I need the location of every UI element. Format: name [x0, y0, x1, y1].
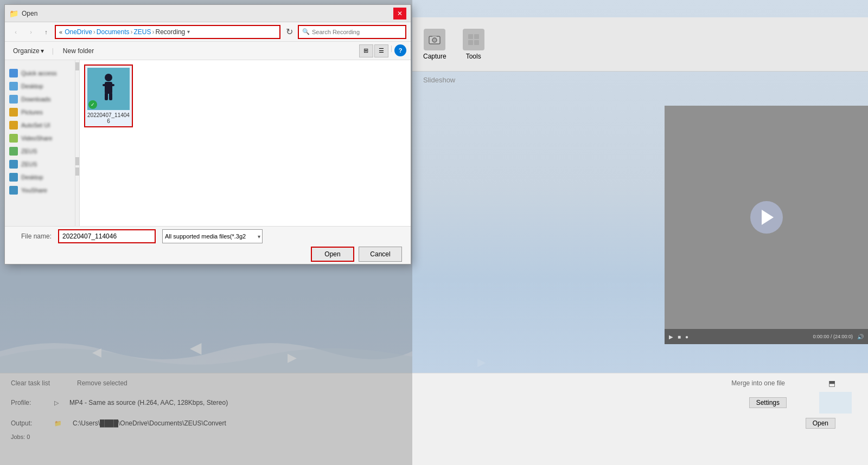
- toolbar-capture[interactable]: Capture: [423, 29, 446, 60]
- organize-label: Organize: [13, 47, 40, 55]
- new-folder-label: New folder: [63, 47, 94, 55]
- capture-label: Capture: [423, 53, 446, 60]
- dialog-overlay: 📁 Open ✕ ‹ › ↑ « OneDrive › Documents › …: [0, 0, 412, 465]
- settings-button[interactable]: Settings: [749, 397, 787, 408]
- desktop2-icon: [9, 173, 18, 182]
- sidebar-item-zeus1[interactable]: ZEUS: [5, 145, 75, 158]
- search-icon: 🔍: [302, 28, 310, 35]
- footer-filename-row: File name: All supported media files(*.3…: [14, 229, 402, 243]
- sidebar-item-youshare[interactable]: YouShare: [5, 184, 75, 197]
- sidebar-item-desktop2[interactable]: Desktop: [5, 171, 75, 184]
- sidebar-label-videoshare: VideoShare: [21, 135, 52, 141]
- breadcrumb-sep2: ›: [131, 28, 133, 36]
- volume-icon[interactable]: 🔊: [857, 334, 864, 340]
- help-button[interactable]: ?: [394, 44, 406, 56]
- icon-view-button[interactable]: ⊞: [359, 44, 373, 57]
- breadcrumb-documents[interactable]: Documents: [97, 28, 130, 36]
- breadcrumb-onedrive[interactable]: OneDrive: [65, 28, 92, 36]
- sidebar-item-desktop1[interactable]: Desktop: [5, 80, 75, 93]
- new-folder-button[interactable]: New folder: [58, 46, 99, 56]
- dialog-footer: File name: All supported media files(*.3…: [5, 226, 411, 264]
- search-input[interactable]: [312, 29, 402, 35]
- svg-rect-2: [432, 35, 437, 37]
- svg-rect-12: [105, 93, 108, 100]
- filetype-select[interactable]: All supported media files(*.3g2 All File…: [162, 229, 263, 243]
- svg-point-1: [432, 38, 437, 42]
- svg-rect-4: [474, 34, 479, 39]
- open-file-dialog: 📁 Open ✕ ‹ › ↑ « OneDrive › Documents › …: [4, 4, 411, 264]
- dialog-secondary-toolbar: Organize ▾ | New folder ⊞ ☰ | ?: [5, 42, 411, 60]
- breadcrumb-sep3: ›: [152, 28, 155, 36]
- deco-icon-4: ▶: [477, 356, 486, 369]
- export-icon[interactable]: ⬒: [828, 379, 835, 388]
- zeus2-icon: [9, 160, 18, 169]
- filename-input[interactable]: [58, 229, 156, 243]
- svg-rect-10: [103, 84, 108, 86]
- videoshare-icon: [9, 134, 18, 143]
- details-view-button[interactable]: ☰: [374, 44, 388, 57]
- breadcrumb-zeus[interactable]: ZEUS: [134, 28, 151, 36]
- sidebar-label-autosetui: AutoSet UI: [21, 122, 50, 128]
- breadcrumb-icon: «: [59, 29, 62, 35]
- autosetui-icon: [9, 121, 18, 130]
- zeus1-icon: [9, 147, 18, 156]
- quickaccess-icon: [9, 69, 18, 78]
- sidebar-label-downloads: Downloads: [21, 96, 50, 102]
- back-button[interactable]: ‹: [9, 25, 22, 38]
- forward-button[interactable]: ›: [24, 25, 37, 38]
- sidebar-item-pictures[interactable]: Pictures: [5, 106, 75, 119]
- slideshow-section: Slideshow: [423, 76, 455, 84]
- cancel-button[interactable]: Cancel: [359, 247, 402, 262]
- sidebar-item-downloads[interactable]: Downloads: [5, 93, 75, 106]
- scrollbar-end: [75, 167, 79, 176]
- sidebar-item-videoshare[interactable]: VideoShare: [5, 132, 75, 145]
- toolbar-tools[interactable]: Tools: [463, 29, 484, 60]
- organize-button[interactable]: Organize ▾: [9, 46, 48, 56]
- play-ctrl-icon[interactable]: ▶: [669, 334, 673, 340]
- pictures-icon: [9, 108, 18, 117]
- svg-rect-11: [109, 84, 114, 86]
- youshare-icon: [9, 186, 18, 195]
- breadcrumb-sep1: ›: [93, 28, 95, 36]
- file-item-0[interactable]: ✓ 20220407_114046: [84, 64, 133, 127]
- open-output-button[interactable]: Open: [806, 418, 835, 429]
- scrollbar-thumb-bottom: [75, 157, 79, 165]
- svg-rect-13: [109, 93, 112, 100]
- sidebar-item-autosetui[interactable]: AutoSet UI: [5, 119, 75, 132]
- app-toolbar: Capture Tools: [412, 17, 868, 72]
- sidebar-scrollbar[interactable]: [75, 60, 80, 226]
- file-check-badge: ✓: [88, 100, 97, 109]
- open-button[interactable]: Open: [311, 247, 354, 262]
- tools-label: Tools: [466, 53, 481, 60]
- play-button-bg[interactable]: [750, 201, 783, 234]
- breadcrumb-bar[interactable]: « OneDrive › Documents › ZEUS › Recordin…: [55, 25, 280, 39]
- stop-ctrl-icon[interactable]: ■: [678, 334, 681, 340]
- video-panel: ▶ ■ ● 0:00:00 / (24:00:0) 🔊: [665, 106, 868, 344]
- dialog-close-button[interactable]: ✕: [393, 8, 406, 20]
- time-display: 0:00:00 / (24:00:0): [813, 334, 853, 339]
- tools-icon: [463, 29, 484, 50]
- up-button[interactable]: ↑: [40, 25, 53, 38]
- svg-point-8: [105, 74, 112, 81]
- footer-buttons-row: Open Cancel: [14, 247, 402, 262]
- filename-label: File name:: [14, 232, 52, 240]
- video-area: [665, 106, 868, 329]
- sidebar-item-quickaccess[interactable]: Quick access: [5, 67, 75, 80]
- dialog-folder-icon: 📁: [9, 9, 18, 18]
- camera-icon: [424, 29, 445, 50]
- view-buttons: ⊞ ☰ | ?: [359, 44, 406, 57]
- search-bar[interactable]: 🔍: [298, 25, 406, 39]
- toolbar-divider: |: [52, 47, 54, 55]
- merge-label[interactable]: Merge into one file: [731, 379, 785, 387]
- breadcrumb-dropdown-icon[interactable]: ▾: [187, 29, 190, 35]
- breadcrumb-recording[interactable]: Recording: [156, 28, 186, 36]
- sidebar-spacer-bottom: [5, 197, 75, 208]
- sidebar-label-pictures: Pictures: [21, 109, 43, 115]
- svg-rect-3: [468, 34, 473, 39]
- view-divider: |: [391, 44, 392, 57]
- dialog-title-text: Open: [22, 10, 37, 17]
- downloads-icon: [9, 95, 18, 104]
- sidebar-item-zeus2[interactable]: ZEUS: [5, 158, 75, 171]
- refresh-button[interactable]: ↻: [283, 25, 296, 38]
- file-name-0: 20220407_114046: [87, 112, 130, 124]
